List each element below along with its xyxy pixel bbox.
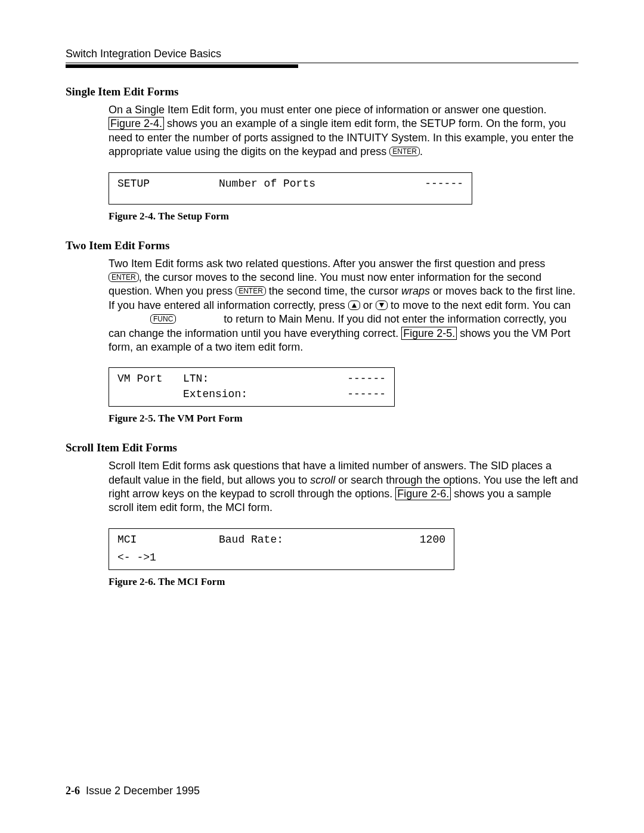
two-paragraph: Two Item Edit forms ask two related ques… [109,257,578,355]
page-number: 2-6 [66,785,80,797]
mci-form-box: MCI Baud Rate: 1200 <- ->1 [109,528,454,570]
figure-2-5-link[interactable]: Figure 2-5. [401,327,457,340]
svg-marker-0 [352,303,357,308]
down-arrow-key-icon [376,301,388,310]
text: to move to the next edit form. You can [388,299,571,311]
scroll-word: scroll [310,474,335,486]
vmport-form-box: VM Port LTN: ------ Extension: ------ [109,367,395,407]
text: Two Item Edit forms ask two related ques… [109,258,545,270]
section-title-scroll: Scroll Item Edit Forms [66,441,578,454]
vmport-ltn-label: LTN: [183,373,347,385]
enter-key-icon: ENTER [389,147,420,156]
svg-marker-1 [379,303,384,308]
blank [117,388,183,400]
text: the second time, the cursor [266,285,401,297]
running-head: Switch Integration Device Basics [66,48,578,60]
func-key-icon: FUNC [150,314,176,324]
mci-arrows: <- ->1 [117,552,156,563]
text: . [420,145,423,157]
setup-form-box: SETUP Number of Ports ------ [109,172,472,205]
mci-baud-label: Baud Rate: [219,534,420,546]
page-footer: 2-6 Issue 2 December 1995 [66,785,200,797]
two-body: Two Item Edit forms ask two related ques… [109,257,578,425]
setup-col3: ------ [425,178,463,190]
mci-col1: MCI [117,534,219,546]
vmport-dashes2: ------ [347,388,386,400]
text: On a Single Item Edit form, you must ent… [109,104,546,116]
enter-key-icon: ENTER [236,286,266,296]
page: Switch Integration Device Basics Single … [0,0,644,833]
single-body: On a Single Item Edit form, you must ent… [109,103,578,222]
figure-2-6-link[interactable]: Figure 2-6. [395,487,451,500]
section-title-single: Single Item Edit Forms [66,85,578,98]
setup-col1: SETUP [117,178,219,190]
figure-2-6-caption: Figure 2-6. The MCI Form [109,576,578,588]
issue-text: Issue 2 December 1995 [86,785,200,797]
up-arrow-key-icon [348,301,360,310]
mci-baud-value: 1200 [420,534,445,546]
vmport-dashes: ------ [347,373,386,385]
section-title-two: Two Item Edit Forms [66,239,578,252]
single-paragraph: On a Single Item Edit form, you must ent… [109,103,578,159]
header-rule [66,63,578,69]
figure-2-4-link[interactable]: Figure 2-4. [109,117,164,130]
vmport-ext-label: Extension: [183,388,347,400]
scroll-paragraph: Scroll Item Edit forms ask questions tha… [109,459,578,515]
scroll-body: Scroll Item Edit forms ask questions tha… [109,459,578,588]
figure-2-5-caption: Figure 2-5. The VM Port Form [109,413,578,425]
enter-key-icon: ENTER [109,272,139,282]
vmport-col1: VM Port [117,373,183,385]
figure-2-4-caption: Figure 2-4. The Setup Form [109,210,578,222]
setup-col2: Number of Ports [219,178,425,190]
text: shows you an example of a single item ed… [109,117,574,157]
wraps-word: wraps [401,285,430,297]
text: or [360,299,376,311]
